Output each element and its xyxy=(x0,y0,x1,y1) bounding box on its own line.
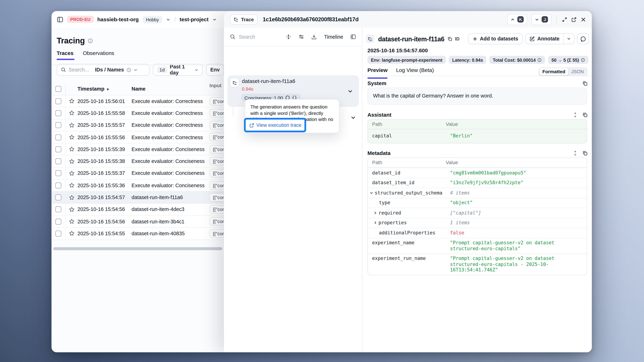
row-checkbox[interactable] xyxy=(55,194,62,201)
bookmark-star-icon[interactable] xyxy=(66,219,78,224)
node2-chevron-down-icon[interactable] xyxy=(350,115,356,120)
highlight-box[interactable]: View execution trace xyxy=(244,118,306,132)
column-header-timestamp[interactable]: Timestamp▼ xyxy=(78,86,132,92)
assistant-row[interactable]: capital "Berlin" xyxy=(368,129,587,143)
add-to-datasets-button[interactable]: Add to datasets xyxy=(468,33,523,44)
collapse-all-icon[interactable] xyxy=(286,34,291,39)
assistant-json-table: Path Value capital "Berlin" xyxy=(368,119,587,143)
row-checkbox[interactable] xyxy=(55,146,62,152)
row-checkbox[interactable] xyxy=(55,231,62,237)
row-checkbox[interactable] xyxy=(55,122,62,128)
format-toggle-formatted[interactable]: Formatted xyxy=(540,68,568,75)
assistant-expand-icon[interactable] xyxy=(573,112,578,117)
info-icon[interactable] xyxy=(88,38,93,43)
copy-icon[interactable] xyxy=(448,36,452,41)
metadata-copy-icon[interactable] xyxy=(582,151,588,156)
table-row[interactable]: 2025-10-16 15:55:36 Execute evaluator: C… xyxy=(52,180,224,192)
badge-info-icon[interactable] xyxy=(581,58,585,62)
format-toggle[interactable]: Formatted JSON xyxy=(538,67,588,76)
bookmark-star-icon[interactable] xyxy=(66,195,78,200)
badge-info-icon[interactable] xyxy=(538,58,542,62)
bookmark-star-icon[interactable] xyxy=(66,134,78,140)
search-mode-chevron-icon[interactable] xyxy=(134,68,138,72)
bookmark-star-icon[interactable] xyxy=(66,183,78,188)
row-checkbox[interactable] xyxy=(55,98,62,104)
view-execution-trace-link[interactable]: View execution trace xyxy=(256,122,302,128)
bookmark-star-icon[interactable] xyxy=(66,110,78,116)
table-row[interactable]: 2025-10-16 15:54:56 dataset-run-item-3b4… xyxy=(52,216,224,228)
table-row[interactable]: 2025-10-16 15:55:37 Execute evaluator: C… xyxy=(52,168,224,180)
table-row[interactable]: 2025-10-16 15:56:01 Execute evaluator: C… xyxy=(52,95,224,107)
tree-search-placeholder[interactable]: Search xyxy=(239,34,255,40)
metadata-row[interactable]: experiment_name "Prompt capital-guesser-… xyxy=(368,238,587,253)
select-all-checkbox[interactable] xyxy=(55,86,62,92)
settings-sliders-icon[interactable] xyxy=(298,34,304,39)
org-name[interactable]: hassieb-test-org xyxy=(97,16,138,22)
system-copy-icon[interactable] xyxy=(582,81,588,86)
format-toggle-json[interactable]: JSON xyxy=(568,69,587,74)
download-icon[interactable] xyxy=(311,34,317,39)
comments-button[interactable] xyxy=(577,33,589,44)
project-chevron-down-icon[interactable] xyxy=(212,17,216,21)
bookmark-star-icon[interactable] xyxy=(66,146,78,152)
search-input[interactable]: Search... IDs / Names xyxy=(56,64,149,76)
table-row[interactable]: 2025-10-16 15:55:57 Execute evaluator: C… xyxy=(52,119,224,131)
column-header-name[interactable]: Name xyxy=(132,86,210,92)
open-external-icon[interactable] xyxy=(572,17,576,22)
metadata-row[interactable]: dataset_item_id "i3nz7e9jfjv9z58r4fh2zpt… xyxy=(368,178,587,188)
row-checkbox[interactable] xyxy=(55,134,62,140)
bookmark-star-icon[interactable] xyxy=(66,122,78,128)
tab-traces[interactable]: Traces xyxy=(56,50,74,60)
prev-trace-button[interactable]: K xyxy=(507,14,527,25)
project-name[interactable]: test-project xyxy=(180,16,208,22)
column-header-input[interactable]: Input xyxy=(210,83,224,95)
row-checkbox[interactable] xyxy=(55,170,62,176)
assistant-copy-icon[interactable] xyxy=(582,112,588,117)
metadata-row[interactable]: properties 1 items xyxy=(368,218,587,228)
id-label[interactable]: ID xyxy=(455,36,460,41)
horizontal-scrollbar[interactable] xyxy=(53,247,222,250)
metadata-expand-icon[interactable] xyxy=(573,151,578,156)
bookmark-star-icon[interactable] xyxy=(66,231,78,236)
expand-icon[interactable] xyxy=(562,17,567,22)
metadata-row[interactable]: dataset_id "cmg81vm6m001bad07gpuoapu5" xyxy=(368,168,587,178)
tree-search-icon[interactable] xyxy=(230,34,236,39)
bookmark-star-icon[interactable] xyxy=(66,171,78,176)
metadata-row[interactable]: type "object" xyxy=(368,198,587,208)
env-filter[interactable]: Env xyxy=(206,64,224,76)
bookmark-star-icon[interactable] xyxy=(66,158,78,164)
tab-preview[interactable]: Preview xyxy=(368,67,388,76)
metadata-row[interactable]: experiment_run_name "Prompt capital-gues… xyxy=(368,253,587,275)
table-row[interactable]: 2025-10-16 15:54:55 dataset-run-item-408… xyxy=(52,228,224,240)
search-mode-info-icon[interactable] xyxy=(126,67,131,72)
annotate-button[interactable]: Annotate xyxy=(526,34,563,44)
row-checkbox[interactable] xyxy=(55,219,62,225)
row-checkbox[interactable] xyxy=(55,158,62,164)
next-trace-button[interactable]: J xyxy=(531,14,552,25)
assistant-section-title: Assistant xyxy=(368,112,391,118)
table-row[interactable]: 2025-10-16 15:54:57 dataset-run-item-f11… xyxy=(52,192,224,204)
row-checkbox[interactable] xyxy=(55,182,62,188)
table-row[interactable]: 2025-10-16 15:55:39 Execute evaluator: C… xyxy=(52,143,224,155)
bookmark-star-icon[interactable] xyxy=(66,207,78,212)
sidebar-toggle-icon[interactable] xyxy=(56,16,63,23)
date-range-filter[interactable]: 1d Past 1 day xyxy=(152,64,202,76)
metadata-row[interactable]: structured_output_schema 4 items xyxy=(368,188,587,197)
row-checkbox[interactable] xyxy=(55,207,62,213)
table-row[interactable]: 2025-10-16 15:55:58 Execute evaluator: C… xyxy=(52,107,224,119)
bookmark-star-icon[interactable] xyxy=(66,98,78,104)
filter-bar: Search... IDs / Names 1d Past 1 day xyxy=(56,64,224,76)
close-icon[interactable] xyxy=(581,17,586,22)
metadata-row[interactable]: additionalProperties false xyxy=(368,228,587,238)
collapse-panel-icon[interactable] xyxy=(350,34,356,39)
tab-observations[interactable]: Observations xyxy=(83,50,114,60)
annotate-dropdown-chevron-icon[interactable] xyxy=(563,34,574,44)
timeline-toggle[interactable]: Timeline xyxy=(324,34,343,40)
org-chevron-down-icon[interactable] xyxy=(166,17,170,21)
table-row[interactable]: 2025-10-16 15:55:56 Execute evaluator: C… xyxy=(52,131,224,143)
metadata-row[interactable]: required ["capital"] xyxy=(368,208,587,218)
table-row[interactable]: 2025-10-16 15:55:38 Execute evaluator: C… xyxy=(52,155,224,168)
row-checkbox[interactable] xyxy=(55,110,62,116)
table-row[interactable]: 2025-10-16 15:54:56 dataset-run-item-4de… xyxy=(52,204,224,216)
tab-log-view[interactable]: Log View (Beta) xyxy=(396,67,434,76)
